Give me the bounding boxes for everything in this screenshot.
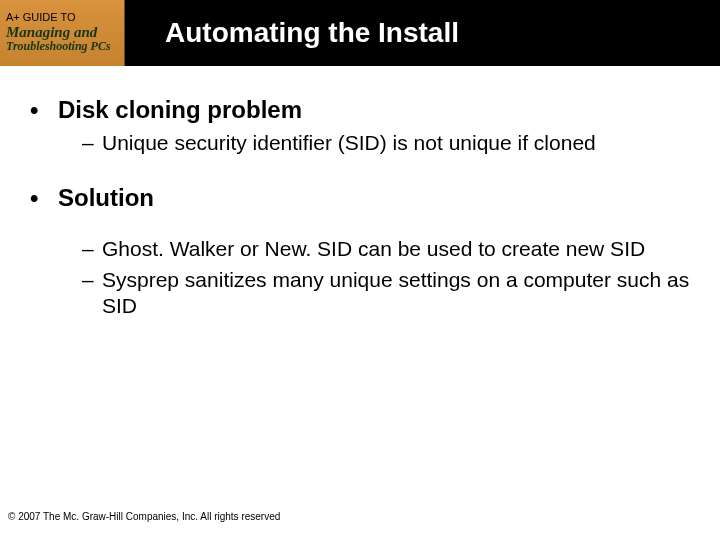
sub-bullet-text: Ghost. Walker or New. SID can be used to… (102, 236, 690, 262)
dash-icon: – (82, 130, 102, 156)
bullet-disc-icon: • (30, 98, 58, 122)
bullet-label: Solution (58, 184, 154, 212)
book-logo: A+ GUIDE TO Managing and Troubleshooting… (0, 0, 125, 66)
dash-icon: – (82, 267, 102, 293)
bullet-disc-icon: • (30, 186, 58, 210)
sub-bullet-item: – Sysprep sanitizes many unique settings… (82, 267, 690, 320)
sub-bullet-text: Sysprep sanitizes many unique settings o… (102, 267, 690, 320)
bullet-item: • Solution – Ghost. Walker or New. SID c… (30, 184, 690, 319)
logo-line-1: A+ GUIDE TO (6, 12, 118, 23)
logo-line-2: Managing and (6, 25, 118, 40)
sub-bullet-item: – Unique security identifier (SID) is no… (82, 130, 690, 156)
header-bar: A+ GUIDE TO Managing and Troubleshooting… (0, 0, 720, 66)
logo-line-3: Troubleshooting PCs (6, 40, 118, 53)
dash-icon: – (82, 236, 102, 262)
sub-bullet-item: – Ghost. Walker or New. SID can be used … (82, 236, 690, 262)
sub-bullet-text: Unique security identifier (SID) is not … (102, 130, 690, 156)
copyright-footer: © 2007 The Mc. Graw-Hill Companies, Inc.… (8, 511, 280, 522)
bullet-item: • Disk cloning problem – Unique security… (30, 96, 690, 156)
slide-title: Automating the Install (165, 17, 459, 49)
slide-content: • Disk cloning problem – Unique security… (0, 66, 720, 319)
bullet-label: Disk cloning problem (58, 96, 302, 124)
